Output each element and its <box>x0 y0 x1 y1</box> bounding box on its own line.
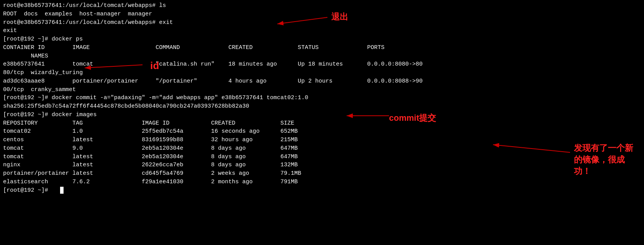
docker-ps-row2b: 00/tcp cranky_sammet <box>3 86 641 94</box>
docker-images-row1: tomcat02 1.0 25f5edb7c54a 16 seconds ago… <box>3 127 641 136</box>
docker-commit-sha: sha256:25f5edb7c54a72ff6f44454c878cbde5b… <box>3 102 641 111</box>
arrow-new-image <box>481 137 582 168</box>
arrow-exit <box>239 0 339 31</box>
arrow-commit <box>343 109 397 124</box>
docker-images-cmd: [root@192 ~]# docker images <box>3 111 641 119</box>
arrow-id <box>50 57 158 80</box>
cursor-block <box>60 187 64 194</box>
svg-line-7 <box>493 145 570 152</box>
terminal-window: root@e38b65737641:/usr/local/tomcat/weba… <box>0 0 644 196</box>
annotation-new-image-1: 发现有了一个新 <box>574 142 633 154</box>
svg-line-3 <box>85 65 143 68</box>
terminal-prompt-final[interactable]: [root@192 ~]# <box>3 186 641 195</box>
docker-commit-cmd: [root@192 ~]# docker commit -a="padaxing… <box>3 94 641 102</box>
svg-line-1 <box>277 17 327 24</box>
docker-images-row6: portainer/portainer latest cd645f5a4769 … <box>3 169 641 178</box>
docker-ps-header: CONTAINER ID IMAGE COMMAND CREATED STATU… <box>3 44 641 52</box>
docker-images-header: REPOSITORY TAG IMAGE ID CREATED SIZE <box>3 119 641 128</box>
terminal-line: [root@192 ~]# docker ps <box>3 35 641 44</box>
docker-images-row7: elasticsearch 7.6.2 f29a1ee41030 2 month… <box>3 178 641 186</box>
